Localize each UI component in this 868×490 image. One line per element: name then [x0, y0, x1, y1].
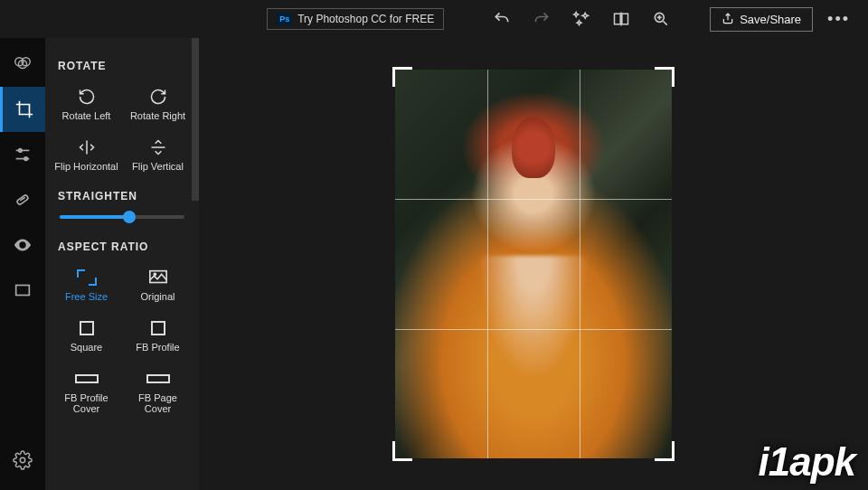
- square-icon: [80, 321, 94, 335]
- aspect-free-label: Free Size: [65, 291, 108, 302]
- svg-point-12: [18, 149, 22, 153]
- aspect-fb-page-cover-button[interactable]: FB Page Cover: [124, 363, 192, 419]
- fb-profile-icon: [151, 321, 165, 335]
- straighten-section-title: STRAIGHTEN: [58, 190, 192, 203]
- save-share-button[interactable]: Save/Share: [710, 7, 813, 32]
- rotate-right-button[interactable]: Rotate Right: [124, 81, 192, 127]
- crop-handle-tr[interactable]: [655, 67, 675, 87]
- settings-button[interactable]: [0, 438, 45, 483]
- flip-vertical-button[interactable]: Flip Vertical: [124, 132, 192, 177]
- tool-strip: [0, 38, 45, 490]
- flip-vertical-icon: [148, 138, 168, 156]
- eye-tool[interactable]: [0, 222, 45, 268]
- aspect-fb-profile-button[interactable]: FB Profile: [124, 313, 192, 358]
- sliders-tool[interactable]: [0, 132, 45, 177]
- fb-cover-icon: [75, 374, 99, 383]
- svg-line-4: [664, 22, 667, 25]
- heal-tool[interactable]: [0, 177, 45, 222]
- svg-point-14: [24, 157, 28, 161]
- rotate-right-icon: [148, 88, 168, 106]
- slider-fill: [60, 215, 129, 219]
- original-icon: [148, 269, 168, 287]
- frame-tool[interactable]: [0, 268, 45, 313]
- crop-frame[interactable]: [395, 70, 672, 458]
- flip-horizontal-label: Flip Horizontal: [54, 161, 118, 172]
- photoshop-badge: Ps: [277, 13, 292, 25]
- aspect-free-size-button[interactable]: Free Size: [52, 262, 120, 307]
- crop-tool[interactable]: [0, 87, 45, 132]
- svg-rect-1: [622, 14, 628, 24]
- fb-page-icon: [146, 374, 170, 383]
- aspect-ratio-section-title: ASPECT RATIO: [58, 240, 192, 253]
- rotate-left-icon: [77, 88, 97, 106]
- svg-rect-17: [16, 286, 30, 296]
- adjustments-tool[interactable]: [0, 42, 45, 87]
- aspect-square-label: Square: [71, 342, 102, 353]
- flip-horizontal-button[interactable]: Flip Horizontal: [52, 132, 120, 177]
- aspect-original-button[interactable]: Original: [124, 262, 192, 307]
- aspect-fb-profile-label: FB Profile: [136, 342, 179, 353]
- rotate-section-title: ROTATE: [58, 60, 192, 72]
- crop-handle-bl[interactable]: [392, 441, 412, 461]
- aspect-fb-profile-cover-button[interactable]: FB Profile Cover: [52, 363, 120, 419]
- crop-handle-br[interactable]: [655, 441, 675, 461]
- aspect-fb-page-label: FB Page Cover: [126, 392, 190, 414]
- panel-scrollbar[interactable]: [192, 38, 199, 201]
- compare-button[interactable]: [605, 3, 637, 35]
- rotate-left-button[interactable]: Rotate Left: [52, 81, 120, 127]
- aspect-fb-cover-label: FB Profile Cover: [54, 392, 118, 414]
- top-toolbar: Ps Try Photoshop CC for FREE Save/Share …: [0, 0, 868, 38]
- redo-button[interactable]: [525, 3, 558, 35]
- canvas-area: [199, 38, 868, 490]
- svg-point-18: [20, 457, 25, 463]
- svg-point-22: [154, 273, 156, 275]
- aspect-square-button[interactable]: Square: [52, 313, 120, 358]
- crop-panel: ROTATE Rotate Left Rotate Right Flip Hor…: [45, 38, 199, 490]
- rotate-right-label: Rotate Right: [130, 110, 185, 121]
- try-photoshop-button[interactable]: Ps Try Photoshop CC for FREE: [267, 8, 444, 30]
- more-menu-button[interactable]: •••: [820, 10, 857, 29]
- straighten-slider[interactable]: [60, 215, 184, 219]
- aspect-original-label: Original: [141, 291, 175, 302]
- share-icon: [722, 13, 734, 25]
- try-photoshop-label: Try Photoshop CC for FREE: [297, 13, 434, 25]
- flip-vertical-label: Flip Vertical: [132, 161, 184, 172]
- flip-horizontal-icon: [77, 138, 97, 156]
- auto-enhance-button[interactable]: [565, 3, 598, 35]
- undo-button[interactable]: [486, 3, 518, 35]
- slider-thumb[interactable]: [123, 211, 136, 223]
- zoom-button[interactable]: [645, 3, 677, 35]
- svg-rect-0: [615, 14, 621, 24]
- photo-preview: [395, 70, 672, 458]
- save-share-label: Save/Share: [740, 13, 801, 26]
- free-size-icon: [77, 269, 97, 286]
- crop-handle-tl[interactable]: [392, 67, 412, 87]
- rotate-left-label: Rotate Left: [62, 110, 111, 121]
